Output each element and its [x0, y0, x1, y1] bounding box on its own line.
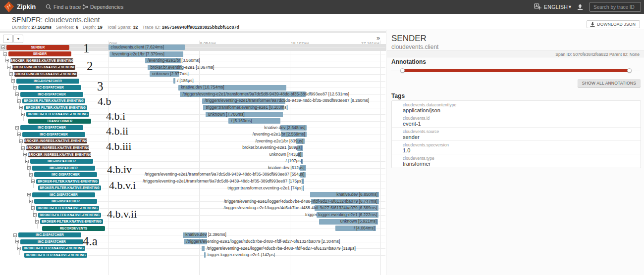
- trace-row[interactable]: BROKER-INGRESS.KNATIVE-EVENTING/eventing…: [0, 57, 386, 64]
- service-badge[interactable]: BROKER-FILTER.KNATIVE-EVENTING: [22, 246, 85, 251]
- trace-row[interactable]: BROKER-INGRESS.KNATIVE-EVENTING/eventing…: [0, 138, 386, 145]
- span-label: knative.dev [6.850ms]: [336, 191, 377, 198]
- span-label: broker.br.eventing-e2e1 [589µs]: [242, 144, 302, 151]
- trace-row[interactable]: IMC-DISPATCHERknative.dev [10.754ms]: [0, 84, 386, 91]
- trace-row[interactable]: IMC-DISPATCHER/triggers/eventing-e2e1/tr…: [0, 91, 386, 98]
- trace-row[interactable]: SENDERcloudevents.client [7.624ms]: [0, 44, 386, 51]
- span-label: /eventing-e2e1/br [839µs]: [255, 138, 303, 145]
- meta-value: 6: [76, 25, 78, 30]
- nav-dependencies[interactable]: Dependencies: [90, 0, 123, 14]
- tag-value: 1.0: [403, 147, 410, 153]
- trace-row[interactable]: TRANSFORMER/ [5.160ms]: [0, 118, 386, 125]
- brand-title[interactable]: Zipkin: [17, 0, 36, 14]
- span-label: trigger:logger.eventing-e2e1 [6.222ms]: [305, 212, 377, 219]
- span-label: trigger:transformer.eventing-e2e1 [74µs]: [227, 185, 302, 192]
- trace-row[interactable]: BROKER-FILTER.KNATIVE-EVENTING/triggers/…: [0, 97, 386, 104]
- trace-row[interactable]: BROKER-FILTER.KNATIVE-EVENTINGtrigger:lo…: [0, 212, 386, 219]
- trace-minimap[interactable]: [0, 31, 386, 33]
- zipkin-logo-icon[interactable]: [4, 1, 14, 12]
- service-badge[interactable]: BROKER-FILTER.KNATIVE-EVENTING: [36, 206, 99, 211]
- service-badge[interactable]: IMC-DISPATCHER: [34, 172, 97, 177]
- service-badge[interactable]: BROKER-INGRESS.KNATIVE-EVENTING: [24, 138, 87, 143]
- trace-row[interactable]: BROKER-FILTER.KNATIVE-EVENTINGtrigger:lo…: [0, 252, 386, 259]
- tag-row: cloudevents.typetransformer: [392, 154, 641, 168]
- trace-row[interactable]: BROKER-FILTER.KNATIVE-EVENTING/triggers/…: [0, 178, 386, 185]
- tag-value: event-1: [403, 121, 421, 127]
- service-badge[interactable]: BROKER-INGRESS.KNATIVE-EVENTING: [14, 72, 77, 77]
- service-badge[interactable]: IMC-DISPATCHER: [18, 232, 81, 237]
- service-badge[interactable]: BROKER-FILTER.KNATIVE-EVENTING: [26, 112, 89, 117]
- service-badge[interactable]: IMC-DISPATCHER: [32, 192, 95, 197]
- trace-row[interactable]: BROKER-FILTER.KNATIVE-EVENTINGtrigger:tr…: [0, 104, 386, 111]
- trace-row[interactable]: SENDER/eventing-e2e1/br [7.379ms]: [0, 51, 386, 58]
- trace-row[interactable]: IMC-DISPATCHER/triggers/eventing-e2e1/tr…: [0, 171, 386, 178]
- service-badge[interactable]: BROKER-FILTER.KNATIVE-EVENTING: [24, 105, 87, 110]
- service-badge[interactable]: IMC-DISPATCHER: [22, 132, 85, 137]
- trace-row[interactable]: BROKER-INGRESS.KNATIVE-EVENTINGbroker.br…: [0, 144, 386, 151]
- trace-row[interactable]: BROKER-INGRESS.KNATIVE-EVENTINGunknown […: [0, 151, 386, 158]
- trace-row[interactable]: BROKER-FILTER.KNATIVE-EVENTINGunknown [7…: [0, 111, 386, 118]
- trace-row[interactable]: IMC-DISPATCHER/triggers/eventing-e2e1/lo…: [0, 198, 386, 205]
- trace-row[interactable]: BROKER-INGRESS.KNATIVE-EVENTINGbroker.br…: [0, 64, 386, 71]
- trace-row[interactable]: IMC-DISPATCHER/ [186µs]: [0, 78, 386, 85]
- upload-trace-icon[interactable]: [577, 3, 584, 10]
- trace-row[interactable]: BROKER-FILTER.KNATIVE-EVENTINGtrigger:tr…: [0, 185, 386, 192]
- language-icon: [534, 3, 541, 10]
- service-badge[interactable]: IMC-DISPATCHER: [32, 166, 95, 171]
- annotation-slider-knob-right[interactable]: [627, 68, 632, 73]
- service-badge[interactable]: BROKER-INGRESS.KNATIVE-EVENTING: [26, 145, 89, 150]
- trace-row[interactable]: IMC-DISPATCHER/triggers/eventing-e2e1/lo…: [0, 238, 386, 245]
- span-bar[interactable]: [173, 78, 175, 84]
- service-badge[interactable]: BROKER-INGRESS.KNATIVE-EVENTING: [12, 65, 75, 70]
- trace-row[interactable]: IMC-DISPATCHERknative.dev [2.396ms]: [0, 231, 386, 238]
- service-badge[interactable]: BROKER-INGRESS.KNATIVE-EVENTING: [28, 152, 91, 157]
- trace-row[interactable]: IMC-DISPATCHERknative.dev [6.850ms]: [0, 191, 386, 198]
- service-badge[interactable]: IMC-DISPATCHER: [20, 125, 83, 130]
- trace-row[interactable]: BROKER-FILTER.KNATIVE-EVENTINGunknown [5…: [0, 218, 386, 225]
- span-bar[interactable]: [202, 246, 205, 251]
- nav-find-a-trace[interactable]: Find a trace: [54, 0, 81, 14]
- service-badge[interactable]: BROKER-FILTER.KNATIVE-EVENTING: [24, 253, 87, 258]
- language-selector[interactable]: ENGLISH: [544, 0, 568, 14]
- trace-row[interactable]: RECORDEVENTS/ [4.064ms]: [0, 225, 386, 232]
- download-json-button[interactable]: DOWNLOAD JSON: [587, 20, 640, 28]
- service-badge[interactable]: IMC-DISPATCHER: [30, 159, 93, 164]
- trace-row[interactable]: IMC-DISPATCHER/eventing-e2e1/br [2.569ms…: [0, 131, 386, 138]
- trace-row[interactable]: IMC-DISPATCHER/ [197µs]: [0, 158, 386, 165]
- service-badge[interactable]: SENDER: [8, 51, 71, 56]
- trace-row[interactable]: BROKER-FILTER.KNATIVE-EVENTING/triggers/…: [0, 245, 386, 252]
- span-label: /triggers/eventing-e2e1/transformer/9a7d…: [182, 91, 349, 98]
- annotation-number: 3: [97, 80, 104, 93]
- annotation-slider-knob-left[interactable]: [400, 68, 405, 73]
- page-title-service: SENDER: [12, 16, 41, 24]
- tag-row: cloudevents.specversion1.0: [392, 141, 641, 154]
- service-badge[interactable]: BROKER-INGRESS.KNATIVE-EVENTING: [10, 58, 73, 63]
- next-span-button[interactable]: ▼: [13, 35, 23, 43]
- span-bar[interactable]: [204, 252, 206, 258]
- service-badge[interactable]: IMC-DISPATCHER: [16, 79, 79, 84]
- search-by-trace-id-input[interactable]: [590, 2, 641, 12]
- trace-row[interactable]: IMC-DISPATCHERknative.dev [612µs]: [0, 165, 386, 172]
- service-badge[interactable]: BROKER-FILTER.KNATIVE-EVENTING: [40, 219, 103, 224]
- show-all-annotations-button[interactable]: SHOW ALL ANNOTATIONS: [578, 79, 641, 87]
- annotation-slider-range[interactable]: [402, 69, 629, 72]
- service-badge[interactable]: IMC-DISPATCHER: [34, 199, 97, 204]
- trace-row[interactable]: BROKER-FILTER.KNATIVE-EVENTING/triggers/…: [0, 205, 386, 212]
- service-badge[interactable]: IMC-DISPATCHER: [20, 239, 83, 244]
- service-badge[interactable]: BROKER-FILTER.KNATIVE-EVENTING: [36, 179, 99, 184]
- span-bar[interactable]: [303, 185, 304, 191]
- trace-row[interactable]: IMC-DISPATCHERknative.dev [2.648ms]: [0, 125, 386, 132]
- service-badge[interactable]: BROKER-FILTER.KNATIVE-EVENTING: [38, 213, 101, 218]
- service-badge[interactable]: RECORDEVENTS: [42, 226, 105, 231]
- collapse-panel-icon[interactable]: »: [376, 34, 380, 42]
- annotation-number: 4.b.v.i: [109, 179, 136, 192]
- service-badge[interactable]: TRANSFORMER: [28, 119, 91, 124]
- prev-span-button[interactable]: ▲: [3, 35, 13, 43]
- service-badge[interactable]: SENDER: [6, 45, 69, 50]
- service-badge[interactable]: IMC-DISPATCHER: [20, 92, 83, 97]
- service-badge[interactable]: BROKER-FILTER.KNATIVE-EVENTING: [38, 185, 101, 190]
- service-badge[interactable]: BROKER-FILTER.KNATIVE-EVENTING: [22, 98, 85, 103]
- service-badge[interactable]: IMC-DISPATCHER: [18, 85, 81, 90]
- chevron-down-icon[interactable]: ▼: [568, 0, 572, 14]
- trace-row[interactable]: BROKER-INGRESS.KNATIVE-EVENTINGunknown […: [0, 71, 386, 78]
